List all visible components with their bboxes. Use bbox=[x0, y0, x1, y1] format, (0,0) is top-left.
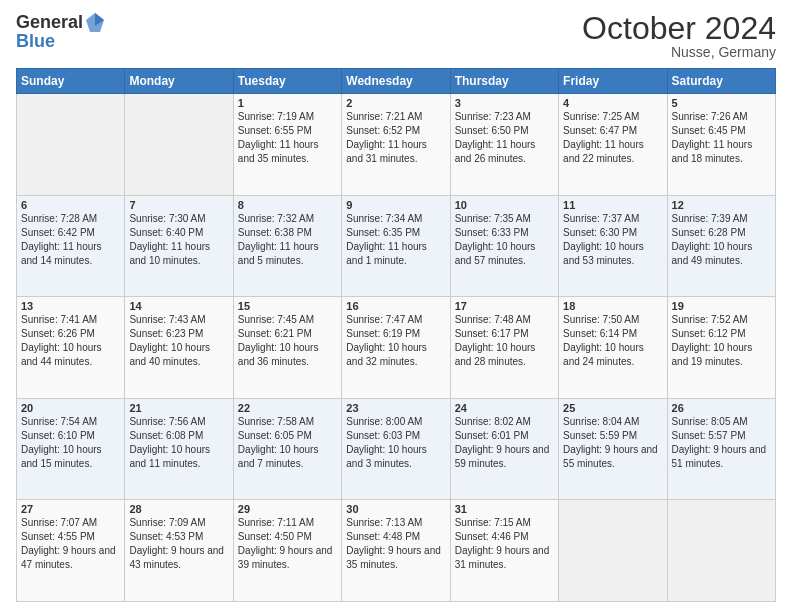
sunrise-text: Sunrise: 8:00 AMSunset: 6:03 PMDaylight:… bbox=[346, 416, 427, 469]
sunrise-text: Sunrise: 7:54 AMSunset: 6:10 PMDaylight:… bbox=[21, 416, 102, 469]
table-row: 25 Sunrise: 8:04 AMSunset: 5:59 PMDaylig… bbox=[559, 398, 667, 500]
col-tuesday: Tuesday bbox=[233, 69, 341, 94]
table-row: 7 Sunrise: 7:30 AMSunset: 6:40 PMDayligh… bbox=[125, 195, 233, 297]
table-row: 2 Sunrise: 7:21 AMSunset: 6:52 PMDayligh… bbox=[342, 94, 450, 196]
sunrise-text: Sunrise: 7:15 AMSunset: 4:46 PMDaylight:… bbox=[455, 517, 550, 570]
table-row: 10 Sunrise: 7:35 AMSunset: 6:33 PMDaylig… bbox=[450, 195, 558, 297]
sunrise-text: Sunrise: 7:35 AMSunset: 6:33 PMDaylight:… bbox=[455, 213, 536, 266]
day-number: 3 bbox=[455, 97, 554, 109]
table-row: 3 Sunrise: 7:23 AMSunset: 6:50 PMDayligh… bbox=[450, 94, 558, 196]
col-thursday: Thursday bbox=[450, 69, 558, 94]
sunrise-text: Sunrise: 7:48 AMSunset: 6:17 PMDaylight:… bbox=[455, 314, 536, 367]
day-number: 27 bbox=[21, 503, 120, 515]
table-row: 1 Sunrise: 7:19 AMSunset: 6:55 PMDayligh… bbox=[233, 94, 341, 196]
sunrise-text: Sunrise: 7:07 AMSunset: 4:55 PMDaylight:… bbox=[21, 517, 116, 570]
col-sunday: Sunday bbox=[17, 69, 125, 94]
table-row: 5 Sunrise: 7:26 AMSunset: 6:45 PMDayligh… bbox=[667, 94, 775, 196]
table-row: 8 Sunrise: 7:32 AMSunset: 6:38 PMDayligh… bbox=[233, 195, 341, 297]
day-number: 2 bbox=[346, 97, 445, 109]
calendar-week-row: 20 Sunrise: 7:54 AMSunset: 6:10 PMDaylig… bbox=[17, 398, 776, 500]
col-saturday: Saturday bbox=[667, 69, 775, 94]
day-number: 28 bbox=[129, 503, 228, 515]
sunrise-text: Sunrise: 7:32 AMSunset: 6:38 PMDaylight:… bbox=[238, 213, 319, 266]
table-row: 17 Sunrise: 7:48 AMSunset: 6:17 PMDaylig… bbox=[450, 297, 558, 399]
sunrise-text: Sunrise: 7:45 AMSunset: 6:21 PMDaylight:… bbox=[238, 314, 319, 367]
day-number: 11 bbox=[563, 199, 662, 211]
sunrise-text: Sunrise: 7:21 AMSunset: 6:52 PMDaylight:… bbox=[346, 111, 427, 164]
sunrise-text: Sunrise: 8:02 AMSunset: 6:01 PMDaylight:… bbox=[455, 416, 550, 469]
sunrise-text: Sunrise: 7:37 AMSunset: 6:30 PMDaylight:… bbox=[563, 213, 644, 266]
sunrise-text: Sunrise: 7:58 AMSunset: 6:05 PMDaylight:… bbox=[238, 416, 319, 469]
sunrise-text: Sunrise: 7:28 AMSunset: 6:42 PMDaylight:… bbox=[21, 213, 102, 266]
day-number: 15 bbox=[238, 300, 337, 312]
day-number: 31 bbox=[455, 503, 554, 515]
table-row: 11 Sunrise: 7:37 AMSunset: 6:30 PMDaylig… bbox=[559, 195, 667, 297]
table-row: 14 Sunrise: 7:43 AMSunset: 6:23 PMDaylig… bbox=[125, 297, 233, 399]
day-number: 1 bbox=[238, 97, 337, 109]
calendar-table: Sunday Monday Tuesday Wednesday Thursday… bbox=[16, 68, 776, 602]
day-number: 8 bbox=[238, 199, 337, 211]
calendar-week-row: 6 Sunrise: 7:28 AMSunset: 6:42 PMDayligh… bbox=[17, 195, 776, 297]
table-row bbox=[559, 500, 667, 602]
col-friday: Friday bbox=[559, 69, 667, 94]
day-number: 22 bbox=[238, 402, 337, 414]
table-row bbox=[17, 94, 125, 196]
header: General Blue October 2024 Nusse, Germany bbox=[16, 12, 776, 60]
sunrise-text: Sunrise: 7:52 AMSunset: 6:12 PMDaylight:… bbox=[672, 314, 753, 367]
day-number: 14 bbox=[129, 300, 228, 312]
table-row: 27 Sunrise: 7:07 AMSunset: 4:55 PMDaylig… bbox=[17, 500, 125, 602]
table-row: 6 Sunrise: 7:28 AMSunset: 6:42 PMDayligh… bbox=[17, 195, 125, 297]
sunrise-text: Sunrise: 7:26 AMSunset: 6:45 PMDaylight:… bbox=[672, 111, 753, 164]
title-block: October 2024 Nusse, Germany bbox=[582, 12, 776, 60]
table-row: 31 Sunrise: 7:15 AMSunset: 4:46 PMDaylig… bbox=[450, 500, 558, 602]
day-number: 16 bbox=[346, 300, 445, 312]
table-row: 16 Sunrise: 7:47 AMSunset: 6:19 PMDaylig… bbox=[342, 297, 450, 399]
sunrise-text: Sunrise: 7:39 AMSunset: 6:28 PMDaylight:… bbox=[672, 213, 753, 266]
table-row: 22 Sunrise: 7:58 AMSunset: 6:05 PMDaylig… bbox=[233, 398, 341, 500]
day-number: 4 bbox=[563, 97, 662, 109]
sunrise-text: Sunrise: 7:30 AMSunset: 6:40 PMDaylight:… bbox=[129, 213, 210, 266]
table-row bbox=[667, 500, 775, 602]
calendar-week-row: 13 Sunrise: 7:41 AMSunset: 6:26 PMDaylig… bbox=[17, 297, 776, 399]
day-number: 5 bbox=[672, 97, 771, 109]
logo-blue-text: Blue bbox=[16, 31, 55, 51]
day-number: 7 bbox=[129, 199, 228, 211]
day-number: 12 bbox=[672, 199, 771, 211]
day-number: 25 bbox=[563, 402, 662, 414]
sunrise-text: Sunrise: 7:47 AMSunset: 6:19 PMDaylight:… bbox=[346, 314, 427, 367]
table-row: 19 Sunrise: 7:52 AMSunset: 6:12 PMDaylig… bbox=[667, 297, 775, 399]
table-row: 24 Sunrise: 8:02 AMSunset: 6:01 PMDaylig… bbox=[450, 398, 558, 500]
sunrise-text: Sunrise: 7:34 AMSunset: 6:35 PMDaylight:… bbox=[346, 213, 427, 266]
sunrise-text: Sunrise: 8:05 AMSunset: 5:57 PMDaylight:… bbox=[672, 416, 767, 469]
logo-icon bbox=[85, 12, 105, 34]
sunrise-text: Sunrise: 7:19 AMSunset: 6:55 PMDaylight:… bbox=[238, 111, 319, 164]
day-number: 24 bbox=[455, 402, 554, 414]
table-row: 26 Sunrise: 8:05 AMSunset: 5:57 PMDaylig… bbox=[667, 398, 775, 500]
col-wednesday: Wednesday bbox=[342, 69, 450, 94]
sunrise-text: Sunrise: 7:41 AMSunset: 6:26 PMDaylight:… bbox=[21, 314, 102, 367]
page: General Blue October 2024 Nusse, Germany… bbox=[0, 0, 792, 612]
table-row: 15 Sunrise: 7:45 AMSunset: 6:21 PMDaylig… bbox=[233, 297, 341, 399]
day-number: 30 bbox=[346, 503, 445, 515]
sunrise-text: Sunrise: 7:23 AMSunset: 6:50 PMDaylight:… bbox=[455, 111, 536, 164]
day-number: 23 bbox=[346, 402, 445, 414]
calendar-week-row: 27 Sunrise: 7:07 AMSunset: 4:55 PMDaylig… bbox=[17, 500, 776, 602]
day-number: 17 bbox=[455, 300, 554, 312]
table-row: 21 Sunrise: 7:56 AMSunset: 6:08 PMDaylig… bbox=[125, 398, 233, 500]
table-row bbox=[125, 94, 233, 196]
table-row: 13 Sunrise: 7:41 AMSunset: 6:26 PMDaylig… bbox=[17, 297, 125, 399]
table-row: 20 Sunrise: 7:54 AMSunset: 6:10 PMDaylig… bbox=[17, 398, 125, 500]
sunrise-text: Sunrise: 7:25 AMSunset: 6:47 PMDaylight:… bbox=[563, 111, 644, 164]
table-row: 28 Sunrise: 7:09 AMSunset: 4:53 PMDaylig… bbox=[125, 500, 233, 602]
table-row: 30 Sunrise: 7:13 AMSunset: 4:48 PMDaylig… bbox=[342, 500, 450, 602]
day-number: 13 bbox=[21, 300, 120, 312]
day-number: 20 bbox=[21, 402, 120, 414]
day-number: 29 bbox=[238, 503, 337, 515]
day-number: 6 bbox=[21, 199, 120, 211]
table-row: 12 Sunrise: 7:39 AMSunset: 6:28 PMDaylig… bbox=[667, 195, 775, 297]
table-row: 18 Sunrise: 7:50 AMSunset: 6:14 PMDaylig… bbox=[559, 297, 667, 399]
col-monday: Monday bbox=[125, 69, 233, 94]
day-number: 9 bbox=[346, 199, 445, 211]
day-number: 19 bbox=[672, 300, 771, 312]
calendar-header-row: Sunday Monday Tuesday Wednesday Thursday… bbox=[17, 69, 776, 94]
